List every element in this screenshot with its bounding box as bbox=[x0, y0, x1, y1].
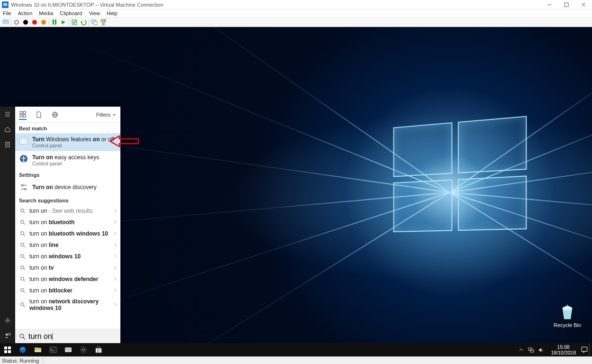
device-discovery-icon bbox=[19, 182, 28, 192]
menu-help[interactable]: Help bbox=[107, 10, 118, 16]
svg-rect-17 bbox=[102, 23, 104, 25]
host-close-button[interactable] bbox=[575, 0, 592, 9]
filters-label: Filters bbox=[96, 112, 110, 118]
share-button[interactable] bbox=[100, 18, 107, 26]
svg-rect-8 bbox=[5, 21, 6, 22]
svg-point-53 bbox=[21, 209, 24, 212]
taskbar-terminal-icon[interactable] bbox=[46, 343, 61, 356]
enhanced-session-button[interactable] bbox=[91, 18, 98, 26]
chevron-right-icon bbox=[113, 301, 118, 308]
search-suggestion[interactable]: turn on bluetooth bbox=[15, 217, 120, 228]
rail-expand-button[interactable] bbox=[0, 107, 15, 122]
reset-vm-button[interactable] bbox=[60, 18, 67, 26]
svg-point-55 bbox=[21, 220, 24, 224]
svg-line-56 bbox=[24, 223, 25, 225]
menu-clipboard[interactable]: Clipboard bbox=[60, 10, 82, 16]
search-box[interactable]: turn on bbox=[15, 329, 120, 343]
svg-point-52 bbox=[24, 188, 26, 190]
suggestion-text: turn on windows 10 bbox=[29, 253, 81, 260]
suggestions-list: turn on - See web resultsturn on bluetoo… bbox=[15, 205, 120, 329]
guest-taskbar: 15:08 18/10/2018 bbox=[0, 343, 592, 356]
result-turn-on-easy-access[interactable]: Turn on easy access keys Control panel bbox=[15, 151, 120, 169]
turn-off-vm-button[interactable] bbox=[22, 18, 29, 26]
start-vm-button[interactable] bbox=[13, 18, 20, 26]
search-suggestion[interactable]: turn on network discovery windows 10 bbox=[15, 296, 120, 313]
svg-point-65 bbox=[21, 277, 24, 281]
menu-view[interactable]: View bbox=[89, 10, 100, 16]
pause-vm-button[interactable] bbox=[51, 18, 58, 26]
svg-point-67 bbox=[21, 289, 24, 292]
svg-line-70 bbox=[24, 306, 25, 307]
system-tray[interactable] bbox=[515, 347, 547, 353]
taskbar-settings-icon[interactable] bbox=[76, 343, 91, 356]
checkpoint-button[interactable] bbox=[71, 18, 78, 26]
rail-feedback-button[interactable] bbox=[0, 328, 15, 343]
result-title: Turn on device discovery bbox=[32, 184, 97, 191]
svg-rect-7 bbox=[4, 21, 5, 22]
best-match-label: Best match bbox=[15, 123, 120, 133]
taskbar-mail-icon[interactable] bbox=[61, 343, 76, 356]
host-minimize-button[interactable] bbox=[541, 0, 558, 9]
tab-web-icon[interactable] bbox=[51, 111, 59, 118]
chevron-right-icon bbox=[113, 264, 118, 271]
search-suggestion[interactable]: turn on - See web results bbox=[15, 205, 120, 217]
svg-rect-81 bbox=[35, 349, 41, 350]
search-suggestion[interactable]: turn on line bbox=[15, 239, 120, 251]
svg-point-63 bbox=[21, 266, 24, 269]
action-center-button[interactable] bbox=[580, 343, 589, 356]
svg-rect-46 bbox=[21, 141, 27, 143]
svg-rect-1 bbox=[3, 3, 7, 6]
tab-documents-icon[interactable] bbox=[35, 111, 43, 118]
rail-notebook-button[interactable] bbox=[0, 137, 15, 152]
search-suggestion[interactable]: turn on windows 10 bbox=[15, 251, 120, 262]
result-device-discovery[interactable]: Turn on device discovery bbox=[15, 180, 120, 195]
svg-rect-96 bbox=[99, 349, 100, 351]
chevron-right-icon bbox=[113, 276, 118, 282]
menu-file[interactable]: File bbox=[3, 10, 11, 16]
svg-rect-35 bbox=[8, 333, 10, 335]
chevron-right-icon bbox=[113, 230, 118, 237]
host-maximize-button[interactable] bbox=[558, 0, 575, 9]
tray-network-icon[interactable] bbox=[528, 347, 534, 353]
search-suggestion[interactable]: turn on tv bbox=[15, 262, 120, 273]
search-suggestion[interactable]: turn on bitlocker bbox=[15, 285, 120, 296]
svg-marker-10 bbox=[62, 20, 65, 24]
result-title: Turn on easy access keys bbox=[32, 154, 99, 161]
taskbar-store-icon[interactable] bbox=[91, 343, 106, 356]
search-icon bbox=[19, 301, 27, 309]
rail-home-button[interactable] bbox=[0, 122, 15, 137]
search-icon bbox=[19, 275, 27, 283]
suggestion-text: turn on windows defender bbox=[29, 276, 98, 282]
taskbar-clock[interactable]: 15:08 18/10/2018 bbox=[547, 344, 580, 355]
svg-line-92 bbox=[85, 347, 86, 348]
taskbar-edge-icon[interactable] bbox=[15, 343, 30, 356]
save-vm-button[interactable] bbox=[40, 18, 47, 26]
ctrl-alt-del-button[interactable] bbox=[2, 18, 9, 26]
rail-settings-button[interactable] bbox=[0, 313, 15, 328]
start-button[interactable] bbox=[0, 343, 15, 356]
start-rail bbox=[0, 107, 15, 343]
recycle-bin-desktop-icon[interactable]: Recycle Bin bbox=[552, 302, 583, 328]
taskbar-explorer-icon[interactable] bbox=[30, 343, 46, 356]
svg-rect-22 bbox=[6, 142, 9, 147]
result-turn-windows-features[interactable]: Turn Windows features on or off Control … bbox=[15, 133, 120, 151]
tab-all-icon[interactable] bbox=[19, 112, 27, 120]
shutdown-vm-button[interactable] bbox=[31, 18, 38, 26]
search-suggestion[interactable]: turn on bluetooth windows 10 bbox=[15, 228, 120, 239]
show-desktop-button[interactable] bbox=[589, 343, 592, 356]
revert-button[interactable] bbox=[80, 18, 87, 26]
svg-rect-14 bbox=[94, 21, 97, 25]
filters-dropdown[interactable]: Filters bbox=[96, 112, 117, 118]
menu-media[interactable]: Media bbox=[39, 10, 53, 16]
svg-line-33 bbox=[6, 322, 6, 322]
menu-action[interactable]: Action bbox=[18, 10, 33, 16]
search-suggestion[interactable]: turn on windows defender bbox=[15, 273, 120, 285]
svg-rect-16 bbox=[104, 19, 106, 22]
guest-viewport: Recycle Bin Filters Best match Turn Wind… bbox=[0, 27, 592, 356]
tray-chevron-up-icon[interactable] bbox=[518, 347, 524, 353]
svg-line-66 bbox=[24, 280, 25, 282]
result-subtitle: Control panel bbox=[32, 161, 99, 166]
tray-volume-icon[interactable] bbox=[538, 347, 544, 353]
svg-line-30 bbox=[6, 318, 6, 319]
svg-rect-94 bbox=[96, 348, 101, 353]
